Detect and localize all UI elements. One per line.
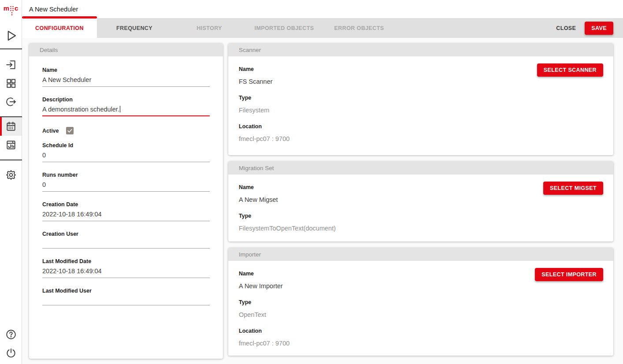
active-label: Active xyxy=(42,128,59,134)
last-modified-user-value xyxy=(42,297,210,305)
importer-type-row: Type OpenText xyxy=(239,299,603,318)
migration-center-logo-icon: m c xyxy=(4,5,19,16)
details-form: Name A New Scheduler Description A demon… xyxy=(29,56,223,305)
importer-location-label: Location xyxy=(239,328,603,334)
sidebar-item-run[interactable] xyxy=(0,26,22,46)
schedule-id-label: Schedule Id xyxy=(42,142,210,149)
last-modified-user-label: Last Modified User xyxy=(42,288,210,294)
tab-actions: CLOSE SAVE xyxy=(556,18,623,38)
runs-number-label: Runs number xyxy=(42,172,210,178)
close-button[interactable]: CLOSE xyxy=(556,25,576,31)
name-input[interactable]: A New Scheduler xyxy=(42,76,210,87)
tab-history[interactable]: HISTORY xyxy=(172,18,247,38)
sidebar: m c xyxy=(0,0,22,364)
scanner-name-value: FS Scanner xyxy=(239,78,603,85)
active-field: Active xyxy=(42,127,210,134)
description-field: Description A demonstration scheduler. xyxy=(42,97,210,116)
importer-name-value: A New Importer xyxy=(239,282,603,290)
name-field: Name A New Scheduler xyxy=(42,67,210,87)
sidebar-item-migsets[interactable] xyxy=(0,74,22,93)
importer-card-header: Importer xyxy=(228,248,613,261)
description-label: Description xyxy=(42,97,210,103)
migset-name-value: A New Migset xyxy=(239,196,603,203)
tab-imported-objects[interactable]: IMPORTED OBJECTS xyxy=(247,18,322,38)
last-modified-date-value: 2022-10-18 16:49:04 xyxy=(42,267,210,278)
creation-user-label: Creation User xyxy=(42,231,210,237)
logo-letter-c: c xyxy=(15,5,18,11)
tab-configuration[interactable]: CONFIGURATION xyxy=(22,16,97,38)
run-play-icon xyxy=(4,29,18,42)
sidebar-item-help[interactable] xyxy=(0,327,22,345)
migration-set-card: Migration Set SELECT MIGSET Name A New M… xyxy=(228,161,613,241)
migset-type-value: FilesystemToOpenText(document) xyxy=(239,225,603,232)
schedule-id-field: Schedule Id 0 xyxy=(42,142,210,162)
details-card-header: Details xyxy=(29,43,223,56)
last-modified-user-field: Last Modified User xyxy=(42,288,210,305)
scanner-location-row: Location fmecl-pc07 : 9700 xyxy=(239,123,603,142)
power-icon xyxy=(5,347,17,359)
scanner-type-value: Filesystem xyxy=(239,107,603,114)
settings-gear-icon xyxy=(5,169,17,181)
select-scanner-button[interactable]: SELECT SCANNER xyxy=(537,63,603,77)
content-area: Details Name A New Scheduler Description… xyxy=(22,38,623,364)
creation-user-field: Creation User xyxy=(42,231,210,249)
help-icon xyxy=(5,329,17,340)
app-logo: m c xyxy=(0,0,22,19)
migset-type-row: Type FilesystemToOpenText(document) xyxy=(239,213,603,232)
description-text: A demonstration scheduler. xyxy=(42,106,119,113)
creation-user-value xyxy=(42,240,210,249)
importer-location-row: Location fmecl-pc07 : 9700 xyxy=(239,328,603,347)
tab-error-objects[interactable]: ERROR OBJECTS xyxy=(322,18,397,38)
last-modified-date-label: Last Modified Date xyxy=(42,258,210,264)
page-title: A New Scheduler xyxy=(29,6,78,13)
details-column: Details Name A New Scheduler Description… xyxy=(29,43,223,364)
runs-number-value: 0 xyxy=(42,181,210,192)
sidebar-divider xyxy=(0,48,22,49)
active-checkbox[interactable] xyxy=(66,127,74,134)
sidebar-item-export[interactable] xyxy=(0,93,22,111)
migsets-grid-icon xyxy=(5,78,17,89)
migset-type-label: Type xyxy=(239,213,603,219)
scanner-type-label: Type xyxy=(239,95,603,101)
scanner-type-row: Type Filesystem xyxy=(239,95,603,114)
creation-date-field: Creation Date 2022-10-18 16:49:04 xyxy=(42,201,210,221)
sidebar-item-scheduler[interactable] xyxy=(0,117,22,136)
details-card: Details Name A New Scheduler Description… xyxy=(29,43,223,359)
select-migset-button[interactable]: SELECT MIGSET xyxy=(543,182,603,195)
page-header: A New Scheduler xyxy=(22,0,623,18)
importer-type-value: OpenText xyxy=(239,311,603,318)
scanner-card: Scanner SELECT SCANNER Name FS Scanner T… xyxy=(228,43,613,155)
tab-frequency[interactable]: FREQUENCY xyxy=(97,18,172,38)
scanner-location-value: fmecl-pc07 : 9700 xyxy=(239,135,603,142)
name-label: Name xyxy=(42,67,210,73)
sidebar-divider xyxy=(0,160,22,160)
checkmark-icon xyxy=(67,128,73,134)
sidebar-item-scan[interactable] xyxy=(0,56,22,74)
text-cursor xyxy=(120,106,120,112)
save-button[interactable]: SAVE xyxy=(585,22,613,35)
description-input[interactable]: A demonstration scheduler. xyxy=(42,106,210,116)
select-importer-button[interactable]: SELECT IMPORTER xyxy=(535,268,603,281)
jobserver-dashboard-icon xyxy=(5,139,17,151)
scanner-card-header: Scanner xyxy=(228,43,613,56)
importer-type-label: Type xyxy=(239,299,603,305)
main-area: A New Scheduler CONFIGURATION FREQUENCY … xyxy=(22,0,623,364)
tab-bar: CONFIGURATION FREQUENCY HISTORY IMPORTED… xyxy=(22,18,623,38)
importer-location-value: fmecl-pc07 : 9700 xyxy=(239,340,603,347)
importer-card: Importer SELECT IMPORTER Name A New Impo… xyxy=(228,248,613,356)
app-window: m c xyxy=(0,0,623,364)
sidebar-item-settings[interactable] xyxy=(0,166,22,184)
runs-number-field: Runs number 0 xyxy=(42,172,210,192)
logo-dots-icon xyxy=(9,5,15,16)
logo-letter-m: m xyxy=(4,5,9,11)
creation-date-value: 2022-10-18 16:49:04 xyxy=(42,211,210,221)
last-modified-date-field: Last Modified Date 2022-10-18 16:49:04 xyxy=(42,258,210,278)
sidebar-item-logout[interactable] xyxy=(0,345,22,364)
scan-in-icon xyxy=(5,59,17,71)
schedule-id-value: 0 xyxy=(42,152,210,162)
sidebar-item-jobserver[interactable] xyxy=(0,136,22,154)
scheduler-calendar-icon xyxy=(5,121,17,132)
sidebar-spacer xyxy=(0,184,22,327)
right-column: Scanner SELECT SCANNER Name FS Scanner T… xyxy=(228,43,613,364)
migration-set-card-header: Migration Set xyxy=(228,161,613,175)
